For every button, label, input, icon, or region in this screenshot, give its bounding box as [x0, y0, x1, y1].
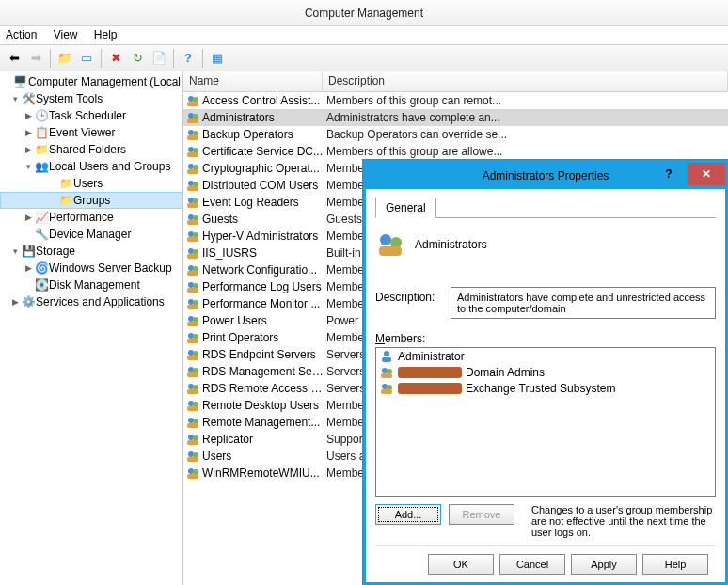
help-button[interactable]: ?	[178, 48, 198, 69]
delete-button[interactable]: ✖	[105, 48, 126, 69]
svg-rect-53	[187, 389, 198, 394]
tree-windows-server-backup[interactable]: ▶🌀 Windows Server Backup	[0, 260, 182, 277]
add-button[interactable]: Add...	[375, 504, 441, 525]
group-icon	[185, 296, 200, 311]
description-field[interactable]: Administrators have complete and unrestr…	[451, 287, 716, 319]
member-row[interactable]: Administrator	[376, 348, 715, 364]
folder-icon: 📁	[58, 194, 73, 207]
group-icon	[379, 381, 394, 396]
forward-button[interactable]: ➡	[25, 48, 46, 69]
svg-rect-23	[187, 220, 198, 225]
remove-button[interactable]: Remove	[449, 504, 514, 525]
tree-storage[interactable]: ▾💾 Storage	[0, 243, 182, 260]
cancel-button[interactable]: Cancel	[499, 554, 565, 575]
group-icon	[185, 432, 200, 447]
dialog-titlebar[interactable]: Administrators Properties ? ✕	[366, 163, 725, 189]
row-name: Replicator	[202, 433, 324, 446]
svg-rect-73	[382, 357, 391, 362]
properties-dialog: Administrators Properties ? ✕ General Ad…	[363, 160, 728, 585]
group-icon	[185, 127, 200, 142]
svg-rect-14	[187, 169, 198, 174]
members-list[interactable]: AdministratorDomain AdminsExchange Trust…	[375, 347, 716, 497]
svg-point-54	[188, 401, 194, 406]
col-description[interactable]: Description	[323, 71, 728, 91]
svg-point-30	[188, 265, 194, 271]
back-button[interactable]: ⬅	[4, 48, 24, 69]
clock-icon: 🕒	[34, 109, 49, 122]
folder-icon: 📁	[57, 51, 72, 65]
menu-view[interactable]: View	[54, 28, 78, 41]
tree-performance[interactable]: ▶📈 Performance	[0, 209, 182, 226]
forward-arrow-icon: ➡	[31, 51, 41, 65]
row-name: Users	[202, 450, 324, 463]
back-arrow-icon: ⬅	[9, 51, 20, 65]
member-suffix: Domain Admins	[466, 366, 545, 379]
list-row[interactable]: Certificate Service DC...Members of this…	[183, 143, 728, 160]
tile-button[interactable]: ▦	[207, 48, 228, 69]
row-name: Backup Operators	[202, 128, 324, 141]
menu-action[interactable]: Action	[6, 28, 37, 41]
svg-point-77	[382, 384, 388, 389]
svg-rect-41	[187, 322, 198, 326]
tile-icon: ▦	[212, 51, 223, 65]
svg-point-24	[188, 231, 194, 237]
svg-rect-29	[187, 254, 198, 259]
svg-rect-32	[187, 271, 198, 276]
member-row[interactable]: Exchange Trusted Subsystem	[376, 380, 715, 396]
row-name: Performance Log Users	[202, 280, 324, 293]
show-hide-button[interactable]: ▭	[76, 48, 97, 69]
svg-rect-2	[187, 102, 198, 106]
export-icon: 📄	[151, 51, 166, 65]
tree-users[interactable]: ▷📁 Users	[0, 175, 182, 192]
tree-system-tools[interactable]: ▾🛠️ System Tools	[0, 90, 182, 107]
dialog-help-footer-button[interactable]: Help	[642, 554, 708, 575]
svg-point-39	[188, 316, 194, 322]
tree-event-viewer[interactable]: ▶📋 Event Viewer	[0, 124, 182, 141]
tree-local-users-groups[interactable]: ▾👥 Local Users and Groups	[0, 158, 182, 175]
tree-task-scheduler[interactable]: ▶🕒 Task Scheduler	[0, 107, 182, 124]
tools-icon: 🛠️	[21, 92, 36, 105]
group-icon	[185, 449, 200, 464]
close-icon: ✕	[702, 167, 711, 181]
tree-groups[interactable]: ▷📁 Groups	[0, 192, 182, 209]
tab-general[interactable]: General	[375, 198, 436, 218]
tree-services-apps[interactable]: ▶⚙️ Services and Applications	[0, 293, 182, 310]
tree-shared-folders[interactable]: ▶📁 Shared Folders	[0, 141, 182, 158]
list-row[interactable]: Access Control Assist...Members of this …	[183, 92, 728, 109]
apply-button[interactable]: Apply	[571, 554, 637, 575]
new-button[interactable]: 📁	[55, 48, 75, 69]
tree-root[interactable]: ▷🖥️ Computer Management (Local	[0, 73, 182, 90]
export-button[interactable]: 📄	[149, 48, 169, 69]
dialog-close-button[interactable]: ✕	[688, 163, 725, 185]
group-icon	[185, 364, 200, 379]
tree-disk-management[interactable]: ▷💽 Disk Management	[0, 277, 182, 293]
member-suffix: Exchange Trusted Subsystem	[466, 382, 615, 395]
group-icon	[185, 110, 200, 125]
redacted-name	[398, 367, 462, 378]
delete-icon: ✖	[111, 51, 121, 65]
window-title: Computer Management	[0, 0, 728, 26]
list-row[interactable]: AdministratorsAdministrators have comple…	[183, 109, 728, 126]
tree-pane[interactable]: ▷🖥️ Computer Management (Local ▾🛠️ Syste…	[0, 71, 183, 585]
refresh-icon: ↻	[133, 51, 143, 65]
svg-rect-44	[187, 339, 198, 343]
tree-device-manager[interactable]: ▷🔧 Device Manager	[0, 226, 182, 243]
refresh-button[interactable]: ↻	[127, 48, 148, 69]
svg-rect-38	[187, 305, 198, 309]
group-icon	[185, 279, 200, 294]
menu-help[interactable]: Help	[94, 28, 118, 41]
list-row[interactable]: Backup OperatorsBackup Operators can ove…	[183, 126, 728, 143]
member-name: Administrator	[398, 350, 465, 363]
ok-button[interactable]: OK	[428, 554, 494, 575]
row-name: RDS Management Ser...	[202, 365, 324, 378]
svg-point-60	[188, 435, 194, 440]
description-label: Description:	[375, 287, 451, 319]
group-icon	[185, 245, 200, 261]
col-name[interactable]: Name	[183, 71, 323, 91]
member-row[interactable]: Domain Admins	[376, 364, 715, 380]
group-icon	[185, 161, 200, 176]
svg-rect-68	[187, 474, 198, 479]
svg-rect-71	[379, 246, 402, 256]
share-icon: 📁	[34, 143, 49, 156]
dialog-help-button[interactable]: ?	[650, 163, 688, 185]
